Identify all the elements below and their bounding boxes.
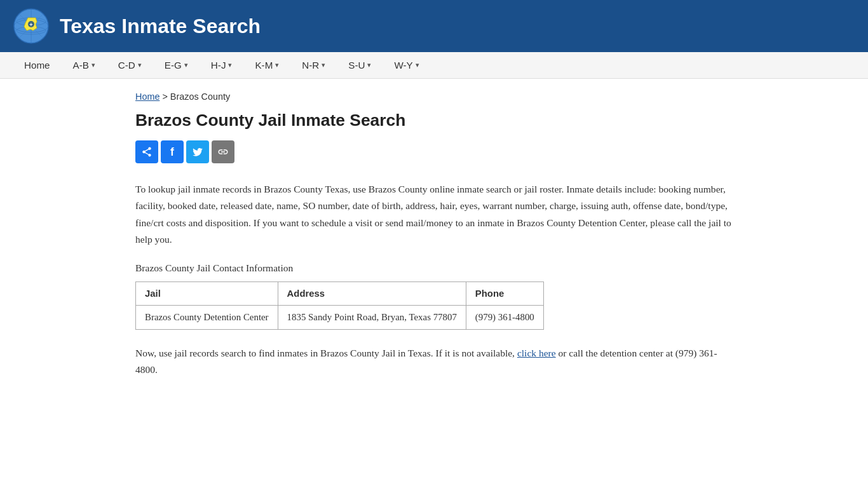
contact-table: Jail Address Phone Brazos County Detenti…: [135, 281, 544, 330]
table-header-jail: Jail: [136, 281, 278, 305]
svg-text:+: +: [29, 22, 32, 28]
share-button[interactable]: [135, 140, 158, 163]
breadcrumb-separator: >: [162, 92, 167, 102]
nav-hj[interactable]: H-J▾: [200, 52, 244, 78]
site-logo: +: [13, 8, 50, 44]
nav-eg[interactable]: E-G▾: [153, 52, 200, 78]
site-title: Texas Inmate Search: [60, 15, 261, 38]
description-text: To lookup jail inmate records in Brazos …: [135, 181, 733, 248]
breadcrumb-current: Brazos County: [170, 92, 230, 102]
contact-heading: Brazos County Jail Contact Information: [135, 262, 733, 274]
nav-nr-caret: ▾: [322, 61, 325, 69]
nav-ab[interactable]: A-B▾: [62, 52, 107, 78]
nav-km[interactable]: K-M▾: [243, 52, 290, 78]
nav-home[interactable]: Home: [13, 52, 62, 78]
nav-wy-caret: ▾: [416, 61, 419, 69]
nav-su-caret: ▾: [367, 61, 371, 69]
table-cell-jail: Brazos County Detention Center: [136, 305, 278, 329]
social-share: f: [135, 140, 733, 163]
copy-link-button[interactable]: [212, 140, 234, 163]
twitter-button[interactable]: [186, 140, 209, 163]
page-title: Brazos County Jail Inmate Search: [135, 111, 733, 130]
nav-nr[interactable]: N-R▾: [290, 52, 337, 78]
nav-eg-caret: ▾: [184, 61, 188, 69]
nav-ab-caret: ▾: [92, 61, 95, 69]
table-row: Brazos County Detention Center 1835 Sand…: [136, 305, 544, 329]
nav-hj-caret: ▾: [228, 61, 232, 69]
nav-wy[interactable]: W-Y▾: [383, 52, 430, 78]
facebook-button[interactable]: f: [161, 140, 184, 163]
click-here-link[interactable]: click here: [517, 348, 556, 358]
nav-su[interactable]: S-U▾: [337, 52, 383, 78]
bottom-text: Now, use jail records search to find inm…: [135, 345, 733, 379]
site-header: + Texas Inmate Search: [0, 0, 868, 52]
table-header-phone: Phone: [466, 281, 543, 305]
main-nav: Home A-B▾ C-D▾ E-G▾ H-J▾ K-M▾ N-R▾ S-U▾ …: [0, 52, 868, 79]
nav-km-caret: ▾: [275, 61, 279, 69]
breadcrumb-home-link[interactable]: Home: [135, 92, 159, 102]
nav-cd[interactable]: C-D▾: [107, 52, 153, 78]
breadcrumb: Home > Brazos County: [135, 92, 733, 102]
content-wrapper: Home > Brazos County Brazos County Jail …: [123, 79, 745, 403]
table-header-address: Address: [278, 281, 466, 305]
facebook-icon: f: [170, 146, 174, 159]
table-cell-phone: (979) 361-4800: [466, 305, 543, 329]
table-cell-address: 1835 Sandy Point Road, Bryan, Texas 7780…: [278, 305, 466, 329]
bottom-text-before: Now, use jail records search to find inm…: [135, 348, 517, 358]
nav-cd-caret: ▾: [138, 61, 142, 69]
